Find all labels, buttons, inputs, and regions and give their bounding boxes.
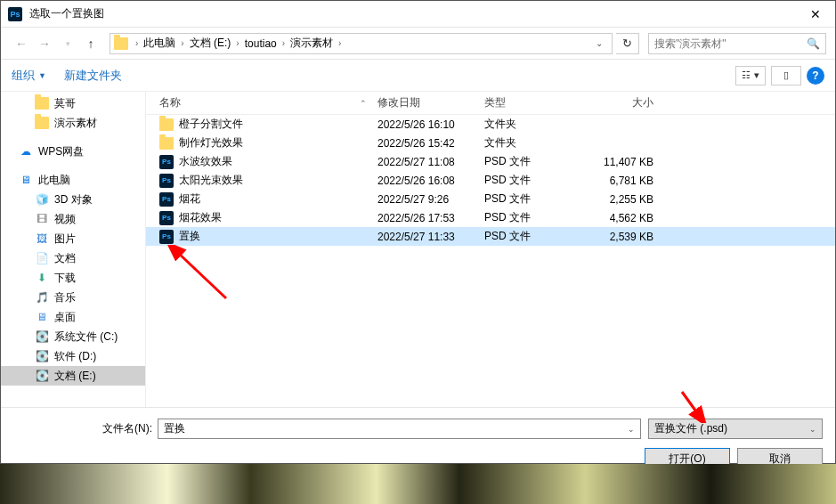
sidebar-item-thispc[interactable]: 🖥此电脑 [1, 170, 145, 190]
organize-button[interactable]: 组织▼ [12, 68, 46, 84]
file-size: 11,407 KB [582, 156, 671, 168]
file-size: 4,562 KB [582, 212, 671, 224]
chevron-right-icon: › [177, 38, 187, 48]
folder-icon [114, 37, 128, 50]
file-type: PSD 文件 [484, 229, 582, 244]
file-date: 2022/5/26 17:53 [377, 212, 484, 224]
help-button[interactable]: ? [807, 67, 824, 85]
chevron-down-icon: ⌄ [809, 425, 816, 434]
folder-icon [35, 97, 49, 110]
address-dropdown-icon[interactable]: ⌄ [590, 38, 608, 48]
drive-icon: 💽 [35, 350, 49, 362]
close-button[interactable]: ✕ [795, 1, 835, 28]
file-date: 2022/5/26 16:10 [377, 118, 484, 131]
refresh-button[interactable]: ↻ [616, 33, 639, 54]
sidebar-item[interactable]: 🧊3D 对象 [1, 190, 145, 209]
file-row[interactable]: 制作灯光效果2022/5/26 15:42文件夹 [146, 134, 835, 152]
chevron-right-icon: › [232, 38, 242, 48]
psd-icon: Ps [159, 175, 174, 187]
file-row[interactable]: Ps烟花效果2022/5/26 17:53PSD 文件4,562 KB [146, 208, 835, 227]
file-name: 橙子分割文件 [179, 117, 377, 132]
file-date: 2022/5/26 15:42 [377, 137, 484, 150]
psd-icon: Ps [159, 212, 174, 224]
sidebar-item[interactable]: 🖼图片 [1, 229, 145, 248]
psd-icon: Ps [159, 231, 174, 243]
column-size[interactable]: 大小 [582, 95, 671, 110]
view-mode-button[interactable]: ☷ ▾ [735, 66, 766, 85]
cloud-icon: ☁ [19, 145, 33, 158]
nav-back-button[interactable]: ← [10, 32, 33, 55]
sidebar-item[interactable]: 📄文档 [1, 248, 145, 268]
file-type: PSD 文件 [484, 154, 582, 169]
file-name: 置换 [179, 229, 377, 244]
breadcrumb-item[interactable]: 此电脑 [142, 36, 177, 51]
file-row[interactable]: Ps太阳光束效果2022/5/26 16:08PSD 文件6,781 KB [146, 171, 835, 190]
file-row[interactable]: Ps水波纹效果2022/5/27 11:08PSD 文件11,407 KB [146, 152, 835, 171]
file-list: 名称⌃ 修改日期 类型 大小 橙子分割文件2022/5/26 16:10文件夹制… [146, 92, 835, 407]
chevron-down-icon: ⌄ [628, 425, 635, 434]
column-name[interactable]: 名称⌃ [146, 95, 377, 110]
sidebar: 莫哥 演示素材 ☁WPS网盘 🖥此电脑 🧊3D 对象 🎞视频 🖼图片 📄文档 ⬇… [1, 92, 146, 407]
file-row[interactable]: Ps置换2022/5/27 11:33PSD 文件2,539 KB [146, 227, 835, 246]
search-box[interactable]: 🔍 [648, 33, 826, 54]
breadcrumb-item[interactable]: 文档 (E:) [188, 36, 233, 51]
toolbar: 组织▼ 新建文件夹 ☷ ▾ ▯ ? [1, 60, 835, 92]
file-date: 2022/5/27 11:33 [377, 231, 484, 243]
sidebar-item[interactable]: 🎵音乐 [1, 288, 145, 307]
file-type: PSD 文件 [484, 191, 582, 207]
file-row[interactable]: 橙子分割文件2022/5/26 16:10文件夹 [146, 115, 835, 134]
filetype-select[interactable]: 置换文件 (.psd)⌄ [648, 419, 823, 439]
sidebar-item-wps[interactable]: ☁WPS网盘 [1, 142, 145, 161]
file-size: 6,781 KB [582, 175, 671, 187]
sidebar-item[interactable]: 🎞视频 [1, 209, 145, 229]
chevron-right-icon: › [335, 38, 345, 48]
file-row[interactable]: Ps烟花2022/5/27 9:26PSD 文件2,255 KB [146, 190, 835, 208]
file-name: 烟花 [179, 191, 377, 207]
psd-icon: Ps [159, 156, 174, 168]
document-icon: 📄 [35, 252, 49, 264]
titlebar: Ps 选取一个置换图 ✕ [1, 1, 835, 28]
music-icon: 🎵 [35, 291, 49, 304]
sidebar-item[interactable]: 💽软件 (D:) [1, 346, 145, 366]
background-image [0, 464, 836, 504]
dialog-body: 莫哥 演示素材 ☁WPS网盘 🖥此电脑 🧊3D 对象 🎞视频 🖼图片 📄文档 ⬇… [1, 92, 835, 407]
sidebar-item[interactable]: 莫哥 [1, 93, 145, 113]
breadcrumb-item[interactable]: toutiao [243, 37, 279, 50]
file-name: 制作灯光效果 [179, 135, 377, 150]
nav-bar: ← → ▾ ↑ › 此电脑 › 文档 (E:) › toutiao › 演示素材… [1, 28, 835, 60]
sidebar-item[interactable]: 🖥桌面 [1, 307, 145, 327]
nav-forward-button[interactable]: → [33, 32, 56, 55]
sidebar-item[interactable]: ⬇下载 [1, 268, 145, 288]
filename-label: 文件名(N): [102, 421, 152, 436]
chevron-down-icon: ▼ [38, 71, 46, 80]
address-bar[interactable]: › 此电脑 › 文档 (E:) › toutiao › 演示素材 › ⌄ [110, 33, 613, 54]
computer-icon: 🖥 [19, 174, 33, 186]
new-folder-button[interactable]: 新建文件夹 [64, 68, 122, 84]
filename-input[interactable]: 置换⌄ [158, 419, 641, 439]
column-date[interactable]: 修改日期 [377, 95, 484, 110]
folder-icon [35, 117, 49, 129]
preview-pane-button[interactable]: ▯ [771, 66, 801, 85]
file-type: 文件夹 [484, 135, 582, 150]
video-icon: 🎞 [35, 213, 49, 225]
file-type: PSD 文件 [484, 210, 582, 225]
photoshop-icon: Ps [8, 7, 22, 21]
file-size: 2,539 KB [582, 231, 671, 243]
nav-up-button[interactable]: ↑ [79, 32, 102, 55]
file-open-dialog: Ps 选取一个置换图 ✕ ← → ▾ ↑ › 此电脑 › 文档 (E:) › t… [0, 0, 836, 464]
sort-indicator-icon: ⌃ [360, 99, 367, 108]
folder-icon [159, 137, 174, 150]
file-size: 2,255 KB [582, 193, 671, 206]
file-name: 烟花效果 [179, 210, 377, 225]
psd-icon: Ps [159, 193, 174, 206]
sidebar-item[interactable]: 演示素材 [1, 113, 145, 133]
sidebar-item[interactable]: 💽文档 (E:) [1, 366, 145, 386]
file-name: 水波纹效果 [179, 154, 377, 169]
sidebar-item[interactable]: 💽系统文件 (C:) [1, 327, 145, 346]
search-input[interactable] [654, 37, 807, 50]
search-icon[interactable]: 🔍 [807, 37, 820, 50]
column-type[interactable]: 类型 [484, 95, 582, 110]
nav-history-button[interactable]: ▾ [56, 32, 79, 55]
file-type: PSD 文件 [484, 173, 582, 188]
breadcrumb-item[interactable]: 演示素材 [288, 36, 335, 51]
